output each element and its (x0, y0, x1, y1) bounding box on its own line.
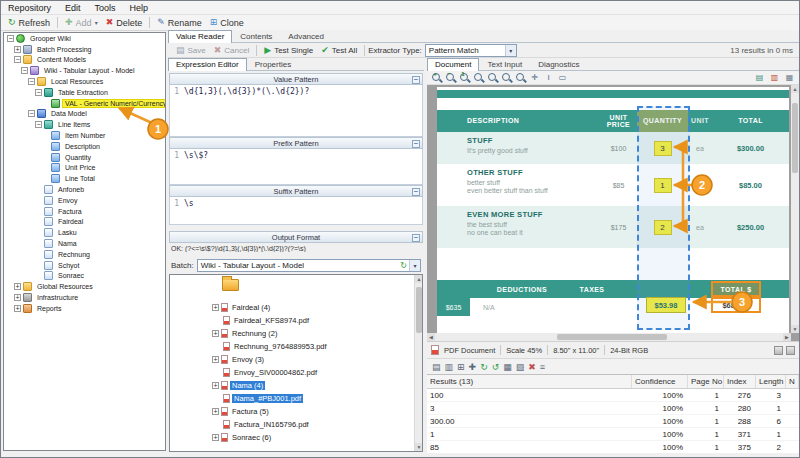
tree-item-lasku[interactable]: Lasku (4, 227, 165, 238)
tree-item-line-items[interactable]: −Line Items (4, 119, 165, 130)
tree-item-local-resources[interactable]: −Local Resources (4, 76, 165, 87)
tree-item-val-generic-numeric-currency[interactable]: VAL - Generic Numeric/Currency (4, 98, 165, 109)
batch-root-folder[interactable] (222, 279, 239, 291)
zoom-fit-width-icon[interactable] (486, 72, 499, 84)
batch-select[interactable]: Wiki - Tabular Layout - Model ↻ ▾ (197, 259, 421, 272)
tree-item-batch-processing[interactable]: +Batch Processing (4, 44, 165, 55)
scroll-up-icon[interactable]: ▲ (415, 275, 423, 283)
menu-icon[interactable]: ≡ (540, 362, 545, 372)
scroll-left-icon[interactable]: ◀ (427, 333, 435, 341)
expand-toggle[interactable]: + (212, 304, 219, 311)
facing-pages-icon[interactable]: ▥ (768, 72, 781, 84)
undo-icon[interactable]: ↺ (492, 362, 500, 372)
cancel-button[interactable]: ✖ Cancel (210, 43, 253, 57)
results-col-results-13[interactable]: Results (13) (427, 375, 632, 388)
tree-item-item-number[interactable]: Item Number (4, 130, 165, 141)
tree-item-anfoneb[interactable]: Anfoneb (4, 184, 165, 195)
tree-item-envoy[interactable]: Envoy (4, 195, 165, 206)
zoom-fit-page-icon[interactable] (472, 72, 485, 84)
tab-expression-editor[interactable]: Expression Editor (168, 58, 247, 71)
expand-toggle[interactable]: + (212, 356, 219, 363)
clone-button[interactable]: ⊞ Clone (206, 16, 248, 30)
batch-item-envoy-3[interactable]: +Envoy (3)Envoy_SIV00004862.pdf (212, 353, 319, 379)
collapse-button[interactable]: − (412, 234, 420, 242)
delete-button[interactable]: ✖ Delete (102, 16, 147, 30)
pan-icon[interactable]: ✛ (528, 72, 541, 84)
tab-properties[interactable]: Properties (247, 58, 299, 70)
scrollbar-thumb[interactable] (557, 334, 667, 340)
expand-toggle[interactable]: + (14, 283, 21, 290)
menu-repository[interactable]: Repository (1, 1, 58, 14)
rename-button[interactable]: ✎ Rename (153, 16, 206, 30)
print-icon[interactable]: ▥ (445, 362, 454, 372)
grid-icon[interactable]: ▦ (503, 362, 512, 372)
results-col-length[interactable]: Length (756, 375, 786, 388)
batch-item-sonraec-6[interactable]: +Sonraec (6) (212, 431, 273, 444)
viewer-horizontal-scrollbar[interactable]: ◀ ▶ (427, 333, 791, 341)
expand-toggle[interactable]: + (14, 294, 21, 301)
pattern-editor-prefix-pattern[interactable]: 1\s\$? (169, 149, 423, 185)
expand-toggle[interactable]: − (7, 35, 14, 42)
refresh-icon[interactable]: ↻ (398, 261, 409, 270)
view-option-icon[interactable] (774, 346, 783, 355)
delete-icon[interactable]: ✖ (528, 362, 536, 372)
batch-item-factura-5[interactable]: +Factura (5)Factura_IN165796.pdf (212, 405, 311, 431)
zoom-in-icon[interactable]: + (430, 72, 443, 84)
add-button[interactable]: ✚ Add ▾ (61, 16, 102, 30)
quantity-column-selection[interactable] (637, 106, 690, 330)
document-page[interactable]: DESCRIPTIONUNIT PRICEQUANTITYUNITTOTAL S… (437, 87, 789, 333)
batch-scrollbar[interactable]: ▲ ▼ (414, 275, 422, 451)
batch-item-fairdeal-4[interactable]: +Fairdeal (4)Fairdeal_KFS8974.pdf (212, 301, 311, 327)
tree-item-wiki-tabular-layout-model[interactable]: −Wiki - Tabular Layout - Model (4, 65, 165, 76)
test-all-button[interactable]: ✔ Test All (317, 43, 361, 57)
chevron-down-icon[interactable]: ▾ (505, 45, 516, 56)
tree-item-unit-price[interactable]: Unit Price (4, 163, 165, 174)
expand-toggle[interactable]: + (212, 382, 219, 389)
copy-icon[interactable]: ⊞ (457, 362, 465, 372)
menu-tools[interactable]: Tools (88, 1, 123, 14)
tab-diagnostics[interactable]: Diagnostics (530, 58, 587, 70)
expand-toggle[interactable]: − (35, 89, 42, 96)
zoom-original-icon[interactable]: 1 (458, 72, 471, 84)
results-col-index[interactable]: Index (724, 375, 756, 388)
tree-item-table-extraction[interactable]: −Table Extraction (4, 87, 165, 98)
result-row[interactable]: 100100%12763 (427, 389, 799, 402)
zoom-region-icon[interactable] (500, 72, 513, 84)
scroll-down-icon[interactable]: ▼ (791, 325, 799, 333)
document-viewport[interactable]: DESCRIPTIONUNIT PRICEQUANTITYUNITTOTAL S… (427, 85, 799, 341)
result-row[interactable]: 1100%13711 (427, 428, 799, 441)
thumbnail-view-icon[interactable]: ▦ (783, 72, 796, 84)
test-single-button[interactable]: ▶ Test Single (260, 43, 317, 57)
pattern-editor-suffix-pattern[interactable]: 1\s (169, 197, 423, 225)
view-option-icon[interactable] (786, 346, 795, 355)
add-icon[interactable]: ✚ (469, 362, 477, 372)
expand-toggle[interactable]: + (212, 408, 219, 415)
menu-help[interactable]: Help (123, 1, 156, 14)
scroll-up-icon[interactable]: ▲ (791, 85, 799, 93)
expand-toggle[interactable]: + (212, 330, 219, 337)
tree-item-grooper-wiki[interactable]: −Grooper Wiki (4, 33, 165, 44)
extractor-type-select[interactable]: Pattern Match ▾ (425, 44, 517, 57)
collapse-button[interactable]: − (412, 76, 420, 84)
tree-item-schyot[interactable]: Schyot (4, 260, 165, 271)
tab-advanced[interactable]: Advanced (280, 30, 332, 42)
zoom-dynamic-icon[interactable] (514, 72, 527, 84)
results-col-n[interactable]: N (786, 375, 799, 388)
tree-item-content-models[interactable]: −Content Models (4, 55, 165, 66)
text-select-icon[interactable]: I (542, 72, 555, 84)
tree-item-fairdeal[interactable]: Fairdeal (4, 217, 165, 228)
tree-item-factura[interactable]: Factura (4, 206, 165, 217)
tab-text-input[interactable]: Text Input (479, 58, 530, 70)
export-icon[interactable]: ▤ (432, 362, 441, 372)
tree-item-description[interactable]: Description (4, 141, 165, 152)
tree-item-nama[interactable]: Nama (4, 238, 165, 249)
collapse-button[interactable]: − (412, 140, 420, 148)
scroll-right-icon[interactable]: ▶ (783, 333, 791, 341)
menu-edit[interactable]: Edit (58, 1, 88, 14)
tree-item-quantity[interactable]: Quantity (4, 152, 165, 163)
expand-toggle[interactable]: + (212, 434, 219, 441)
single-page-icon[interactable]: ▤ (753, 72, 766, 84)
save-button[interactable]: ▤ Save (172, 43, 210, 57)
tree-item-line-total[interactable]: Line Total (4, 173, 165, 184)
expand-toggle[interactable]: + (14, 305, 21, 312)
